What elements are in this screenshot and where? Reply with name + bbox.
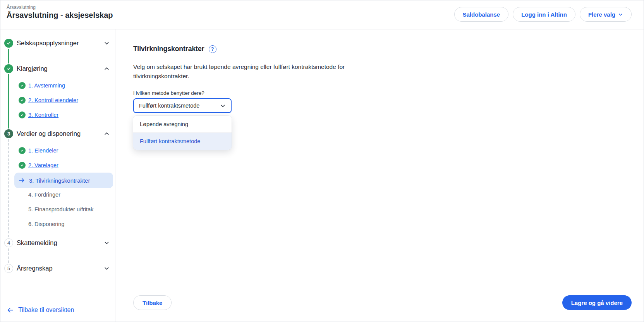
check-circle-icon — [19, 97, 26, 104]
section-label: Klargjøring — [17, 65, 48, 72]
dropdown-option-label: Løpende avregning — [140, 121, 188, 127]
back-button-label: Tilbake — [143, 300, 162, 306]
sidebar-item-label: 4. Fordringer — [28, 192, 60, 198]
section-label: Verdier og disponering — [17, 130, 81, 137]
sidebar-item-label: 5. Finansprodukter u/fritak — [28, 206, 93, 212]
steps-sidebar: Selskapsopplysninger Klargjøring 1. Avst… — [0, 29, 115, 322]
content-title: Tilvirkningskontrakter — [133, 45, 204, 53]
altinn-login-button-label: Logg inn i Altinn — [521, 11, 567, 18]
sidebar-section-klargjoring[interactable]: Klargjøring — [4, 63, 110, 74]
header-actions: Saldobalanse Logg inn i Altinn Flere val… — [454, 7, 632, 22]
sidebar-item-kontroll-eiendeler[interactable]: 2. Kontroll eiendeler — [19, 94, 110, 106]
sidebar-item-tilvirkningskontrakter-active[interactable]: 3. Tilvirkningskontrakter — [14, 173, 113, 188]
check-circle-icon — [4, 64, 13, 73]
sidebar-item-label: 1. Eiendeler — [28, 147, 58, 154]
chevron-down-icon — [104, 265, 110, 271]
sidebar-section-arsregnskap[interactable]: 5 Årsregnskap — [4, 262, 110, 274]
connector-line — [8, 248, 9, 263]
check-circle-icon — [19, 111, 26, 118]
dropdown-option-label: Fullført kontraktsmetode — [140, 138, 200, 144]
back-to-overview-label: Tilbake til oversikten — [18, 307, 74, 313]
step-number-badge: 3 — [4, 129, 13, 138]
app-header: Årsavslutning Årsavslutning - aksjeselsk… — [0, 0, 644, 29]
check-circle-icon — [19, 162, 26, 169]
dropdown-option-fullfort-kontraktsmetode[interactable]: Fullført kontraktsmetode — [133, 133, 232, 150]
step-number-badge: 5 — [4, 264, 13, 273]
sidebar-section-verdier-og-disponering[interactable]: 3 Verdier og disponering — [4, 128, 110, 139]
saldobalanse-button[interactable]: Saldobalanse — [454, 7, 509, 22]
section-label: Skattemelding — [17, 239, 57, 247]
sidebar-item-avstemming[interactable]: 1. Avstemming — [19, 80, 110, 91]
sidebar-section-skattemelding[interactable]: 4 Skattemelding — [4, 237, 110, 248]
back-to-overview-link[interactable]: Tilbake til oversikten — [7, 304, 74, 316]
chevron-down-icon — [104, 240, 110, 246]
chevron-down-icon — [104, 40, 110, 46]
connector-line — [8, 139, 9, 237]
sidebar-item-disponering[interactable]: 6. Disponering — [28, 218, 110, 230]
section-label: Selskapsopplysninger — [17, 39, 79, 47]
sidebar-item-label: 3. Tilvirkningskontrakter — [29, 177, 90, 184]
content-title-row: Tilvirkningskontrakter — [133, 45, 216, 53]
sidebar-item-fordringer[interactable]: 4. Fordringer — [28, 189, 110, 200]
back-button[interactable]: Tilbake — [133, 295, 172, 310]
check-circle-icon — [19, 147, 26, 154]
check-circle-icon — [19, 82, 26, 89]
sidebar-item-label: 3. Kontroller — [28, 112, 58, 118]
sidebar-item-label: 6. Disponering — [28, 221, 65, 227]
method-select[interactable]: Fullført kontraktsmetode — [133, 98, 232, 113]
saldobalanse-button-label: Saldobalanse — [463, 11, 500, 18]
sidebar-section-selskapsopplysninger[interactable]: Selskapsopplysninger — [4, 37, 110, 49]
altinn-login-button[interactable]: Logg inn i Altinn — [513, 7, 575, 22]
help-icon[interactable] — [209, 45, 216, 53]
method-question-label: Hvilken metode benytter dere? — [133, 90, 204, 96]
chevron-up-icon — [104, 131, 110, 137]
dropdown-option-lopende-avregning[interactable]: Løpende avregning — [133, 116, 232, 133]
content-description: Velg om selskapet har brukt løpende avre… — [133, 62, 368, 81]
sidebar-item-label: 1. Avstemming — [28, 82, 65, 89]
chevron-down-icon — [618, 12, 623, 17]
method-select-value: Fullført kontraktsmetode — [139, 103, 199, 109]
breadcrumb: Årsavslutning — [7, 5, 36, 10]
page-title: Årsavslutning - aksjeselskap — [7, 11, 113, 20]
sidebar-item-varelager[interactable]: 2. Varelager — [19, 159, 110, 171]
connector-line — [8, 74, 9, 128]
sidebar-item-eiendeler[interactable]: 1. Eiendeler — [19, 145, 110, 156]
more-options-button[interactable]: Flere valg — [580, 7, 632, 22]
sidebar-item-finansprodukter[interactable]: 5. Finansprodukter u/fritak — [28, 204, 110, 215]
arrow-left-icon — [7, 307, 14, 314]
chevron-up-icon — [104, 66, 110, 72]
connector-line — [8, 49, 9, 63]
chevron-down-icon — [220, 103, 226, 109]
main-content: Tilvirkningskontrakter Velg om selskapet… — [115, 29, 644, 322]
sidebar-item-kontroller[interactable]: 3. Kontroller — [19, 109, 110, 121]
step-number-badge: 4 — [4, 238, 13, 247]
sidebar-item-label: 2. Varelager — [28, 162, 58, 168]
arrow-right-icon — [18, 177, 25, 184]
sidebar-item-label: 2. Kontroll eiendeler — [28, 97, 78, 103]
save-and-continue-button[interactable]: Lagre og gå videre — [562, 295, 632, 310]
section-label: Årsregnskap — [17, 265, 53, 272]
save-and-continue-label: Lagre og gå videre — [571, 300, 623, 306]
check-circle-icon — [4, 39, 13, 48]
more-options-button-label: Flere valg — [588, 11, 615, 18]
method-dropdown-menu: Løpende avregning Fullført kontraktsmeto… — [133, 116, 232, 150]
